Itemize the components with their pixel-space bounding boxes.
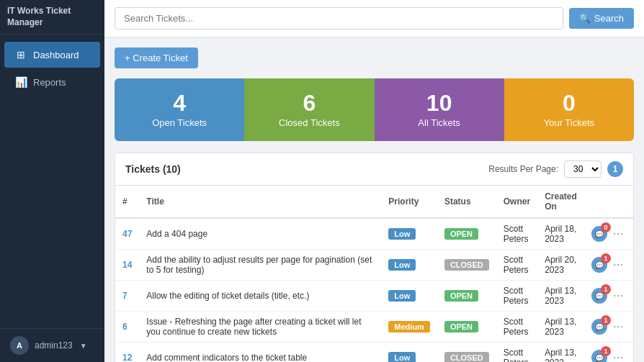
sidebar-item-reports[interactable]: 📊 Reports bbox=[4, 69, 100, 95]
search-button[interactable]: 🔍 Search bbox=[569, 8, 634, 29]
ticket-title-cell: Issue - Refreshing the page after creati… bbox=[139, 312, 381, 343]
ticket-id-cell: 47 bbox=[115, 218, 139, 250]
ticket-owner-cell: Scott Peters bbox=[496, 218, 537, 250]
table-row: 14 Add the ability to adjust results per… bbox=[115, 250, 633, 281]
ticket-status-cell: CLOSED bbox=[437, 343, 496, 363]
create-ticket-button[interactable]: + Create Ticket bbox=[115, 47, 198, 68]
ticket-owner-cell: Scott Peters bbox=[496, 281, 537, 312]
search-button-label: Search bbox=[594, 13, 624, 24]
table-row: 6 Issue - Refreshing the page after crea… bbox=[115, 312, 633, 343]
reports-icon: 📊 bbox=[14, 76, 27, 89]
stat-all-tickets[interactable]: 10 All Tickets bbox=[375, 78, 504, 141]
status-badge: CLOSED bbox=[444, 259, 489, 271]
search-icon: 🔍 bbox=[579, 13, 591, 24]
stat-closed-tickets[interactable]: 6 Closed Tickets bbox=[244, 78, 374, 141]
closed-tickets-label: Closed Tickets bbox=[279, 117, 340, 128]
priority-badge: Low bbox=[388, 228, 416, 240]
ticket-title-cell: Add the ability to adjust results per pa… bbox=[139, 250, 381, 281]
ticket-title-cell: Allow the editing of ticket details (tit… bbox=[139, 281, 381, 312]
ticket-id-cell: 14 bbox=[115, 250, 139, 281]
comment-button[interactable]: 💬 1 bbox=[591, 319, 607, 335]
more-options-button[interactable]: ⋯ bbox=[610, 258, 626, 272]
ticket-status-cell: OPEN bbox=[437, 281, 496, 312]
your-tickets-label: Your Tickets bbox=[544, 117, 594, 128]
priority-badge: Low bbox=[388, 352, 416, 362]
ticket-id-link[interactable]: 12 bbox=[122, 353, 132, 362]
all-tickets-label: All Tickets bbox=[418, 117, 460, 128]
ticket-id-link[interactable]: 47 bbox=[122, 229, 132, 239]
avatar: A bbox=[10, 336, 29, 355]
comment-button[interactable]: 💬 0 bbox=[591, 226, 607, 242]
results-per-page-label: Results Per Page: bbox=[488, 164, 558, 174]
ticket-priority-cell: Low bbox=[381, 250, 437, 281]
more-options-button[interactable]: ⋯ bbox=[610, 350, 626, 362]
comment-button[interactable]: 💬 1 bbox=[591, 257, 607, 273]
sidebar-nav: ⊞ Dashboard 📊 Reports bbox=[0, 35, 104, 328]
ticket-owner-cell: Scott Peters bbox=[496, 250, 537, 281]
priority-badge: Medium bbox=[388, 321, 430, 332]
ticket-actions-cell: 💬 1 ⋯ bbox=[584, 281, 633, 312]
content-area: + Create Ticket 4 Open Tickets 6 Closed … bbox=[104, 37, 644, 362]
ticket-priority-cell: Low bbox=[381, 218, 437, 250]
ticket-created-cell: April 13, 2023 bbox=[537, 312, 584, 343]
results-per-page-control: Results Per Page: 30 10 50 1 bbox=[488, 160, 623, 178]
page-number-badge: 1 bbox=[607, 161, 623, 177]
comment-button[interactable]: 💬 1 bbox=[591, 350, 607, 362]
ticket-owner-cell: Scott Peters bbox=[496, 343, 537, 363]
status-badge: CLOSED bbox=[444, 352, 489, 362]
ticket-status-cell: OPEN bbox=[437, 218, 496, 250]
more-options-button[interactable]: ⋯ bbox=[610, 227, 626, 241]
ticket-created-cell: April 13, 2023 bbox=[537, 281, 584, 312]
status-badge: OPEN bbox=[444, 228, 478, 240]
ticket-created-cell: April 13, 2023 bbox=[537, 343, 584, 363]
status-badge: OPEN bbox=[444, 321, 478, 332]
ticket-id-link[interactable]: 6 bbox=[122, 322, 128, 332]
tickets-section: Tickets (10) Results Per Page: 30 10 50 … bbox=[115, 153, 634, 362]
app-title: IT Works Ticket Manager bbox=[0, 0, 104, 35]
comment-count-badge: 1 bbox=[601, 253, 611, 263]
ticket-priority-cell: Low bbox=[381, 281, 437, 312]
ticket-id-cell: 12 bbox=[115, 343, 139, 363]
sidebar-item-label: Reports bbox=[33, 77, 66, 88]
col-id: # bbox=[115, 186, 139, 218]
topbar: 🔍 Search bbox=[104, 0, 644, 37]
comment-count-badge: 1 bbox=[601, 284, 611, 294]
per-page-select[interactable]: 30 10 50 bbox=[564, 160, 601, 178]
table-row: 7 Allow the editing of ticket details (t… bbox=[115, 281, 633, 312]
ticket-actions-cell: 💬 0 ⋯ bbox=[584, 218, 633, 250]
closed-tickets-count: 6 bbox=[303, 91, 316, 114]
stat-open-tickets[interactable]: 4 Open Tickets bbox=[115, 78, 244, 141]
your-tickets-count: 0 bbox=[563, 91, 576, 114]
priority-badge: Low bbox=[388, 290, 416, 302]
search-input[interactable] bbox=[115, 7, 563, 30]
stats-row: 4 Open Tickets 6 Closed Tickets 10 All T… bbox=[115, 78, 634, 141]
ticket-priority-cell: Low bbox=[381, 343, 437, 363]
ticket-created-cell: April 18, 2023 bbox=[537, 218, 584, 250]
more-options-button[interactable]: ⋯ bbox=[610, 320, 626, 334]
sidebar-item-dashboard[interactable]: ⊞ Dashboard bbox=[4, 42, 100, 68]
table-row: 12 Add comment indicators to the ticket … bbox=[115, 343, 633, 363]
table-header-row: # Title Priority Status Owner Created On bbox=[115, 186, 633, 218]
create-ticket-label: + Create Ticket bbox=[125, 53, 188, 63]
comment-button[interactable]: 💬 1 bbox=[591, 288, 607, 304]
status-badge: OPEN bbox=[444, 290, 478, 302]
ticket-status-cell: CLOSED bbox=[437, 250, 496, 281]
stat-your-tickets[interactable]: 0 Your Tickets bbox=[504, 78, 634, 141]
ticket-rows: 47 Add a 404 page Low OPEN Scott Peters … bbox=[115, 218, 633, 362]
ticket-id-cell: 6 bbox=[115, 312, 139, 343]
all-tickets-count: 10 bbox=[426, 91, 452, 114]
col-owner: Owner bbox=[496, 186, 537, 218]
comment-count-badge: 1 bbox=[601, 346, 611, 356]
sidebar: IT Works Ticket Manager ⊞ Dashboard 📊 Re… bbox=[0, 0, 104, 362]
ticket-priority-cell: Medium bbox=[381, 312, 437, 343]
ticket-id-link[interactable]: 14 bbox=[122, 260, 132, 270]
sidebar-item-label: Dashboard bbox=[33, 50, 79, 60]
more-options-button[interactable]: ⋯ bbox=[610, 289, 626, 303]
ticket-id-link[interactable]: 7 bbox=[122, 291, 128, 301]
col-priority: Priority bbox=[381, 186, 437, 218]
comment-count-badge: 1 bbox=[601, 315, 611, 325]
ticket-id-cell: 7 bbox=[115, 281, 139, 312]
col-title: Title bbox=[139, 186, 381, 218]
ticket-status-cell: OPEN bbox=[437, 312, 496, 343]
col-created: Created On bbox=[537, 186, 584, 218]
